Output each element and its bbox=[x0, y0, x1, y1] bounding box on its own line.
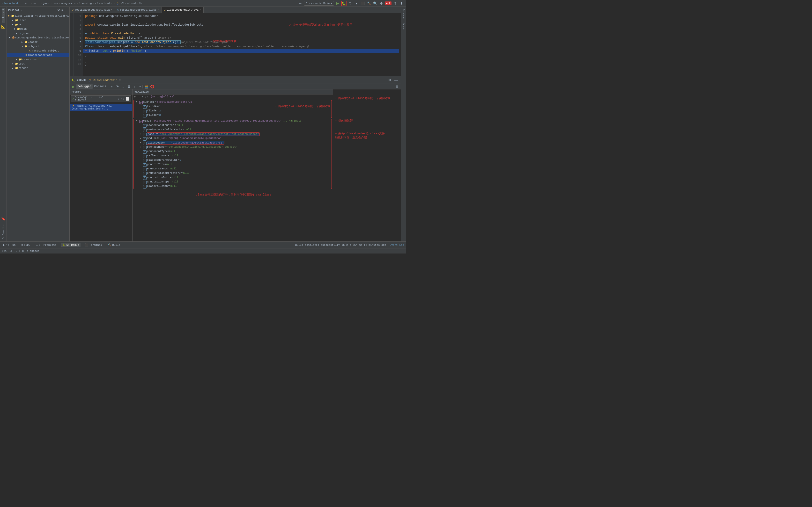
breadcrumb-com[interactable]: com bbox=[53, 2, 58, 5]
back-button[interactable]: ← bbox=[298, 1, 303, 6]
tab-close-button[interactable]: × bbox=[111, 8, 112, 11]
breadcrumb-class-loader[interactable]: class-loader bbox=[2, 2, 21, 5]
structure-tab[interactable]: 📐 bbox=[1, 25, 5, 29]
var-annotationtype[interactable]: f annotationType = null bbox=[134, 180, 332, 184]
step-out-button[interactable]: ↑ bbox=[132, 84, 137, 89]
var-newinstancecallercache[interactable]: f newInstanceCallerCache = null bbox=[134, 128, 332, 132]
tree-item-main[interactable]: ▼ 📁 main bbox=[7, 27, 69, 31]
breadcrumb-main[interactable]: main bbox=[33, 2, 39, 5]
project-settings-button[interactable]: ⚙ bbox=[57, 8, 60, 12]
var-classredefinedcount[interactable]: f classRedefinedCount = 0 bbox=[134, 158, 332, 163]
project-tab[interactable]: 1: Project bbox=[2, 8, 5, 23]
step-over-button[interactable]: ↷ bbox=[115, 84, 120, 89]
bookmarks-tab[interactable]: 🔖 bbox=[1, 217, 5, 221]
todo-tab[interactable]: ≡ TODO bbox=[20, 243, 32, 247]
expand-button[interactable]: ⬆ bbox=[393, 1, 398, 6]
run-tab[interactable]: ▶ 4: Run bbox=[2, 243, 17, 247]
thread-up-button[interactable]: ↑ bbox=[120, 97, 122, 101]
debug-session-label[interactable]: 🏃 ClassLoaderMain bbox=[89, 78, 117, 82]
var-clazz[interactable]: ▼ p clazz = {Class@779} "class com.wangz… bbox=[134, 119, 332, 123]
mute-breakpoints-button[interactable]: ⭕ bbox=[149, 84, 155, 89]
thread-selector[interactable]: ✓ "main"@1 in ...in": RUNNING ▾ ↑ ↓ ⬜ bbox=[70, 96, 131, 102]
var-classvaluemap[interactable]: f classValueMap = null bbox=[134, 184, 332, 189]
tab-testloadersubject-java[interactable]: J TestLoaderSubject.java × bbox=[70, 7, 115, 13]
gear-button[interactable]: ⚙ bbox=[379, 1, 384, 6]
tab-close-button[interactable]: × bbox=[200, 8, 201, 11]
tree-item-idea[interactable]: ▶ 📁 .idea bbox=[7, 18, 69, 22]
debug-tab[interactable]: 🐛 5: Debug bbox=[61, 243, 81, 247]
var-enumconstantdirectory[interactable]: f enumConstantDirectory = null bbox=[134, 171, 332, 176]
tree-item-testloadersubject[interactable]: C TestLoaderSubject bbox=[7, 49, 69, 53]
thread-down-button[interactable]: ↓ bbox=[123, 97, 124, 101]
step-into-button[interactable]: ↓ bbox=[120, 84, 126, 89]
tree-item-src[interactable]: ▼ 📁 src bbox=[7, 22, 69, 27]
build-tab[interactable]: 🔨 Build bbox=[106, 243, 121, 247]
minimize-button[interactable]: ⬇ bbox=[399, 1, 404, 6]
breadcrumb-classloader[interactable]: classloader bbox=[95, 2, 113, 5]
tree-item-target[interactable]: ▶ 📁 target bbox=[7, 66, 69, 70]
evaluate-button[interactable]: 🧮 bbox=[144, 84, 149, 89]
var-cachedconstructor[interactable]: f cachedConstructor = null bbox=[134, 123, 332, 128]
debugger-tab[interactable]: Debugger bbox=[76, 84, 93, 89]
var-componenttype[interactable]: f componentType = null bbox=[134, 150, 332, 154]
build-button[interactable]: 🔨 bbox=[366, 1, 372, 6]
database-tab[interactable]: Database bbox=[402, 8, 405, 20]
maven-tab[interactable]: Maven bbox=[402, 22, 405, 31]
clazz-section: ▼ p clazz = {Class@779} "class com.wangz… bbox=[134, 119, 332, 189]
var-args[interactable]: ▶ p args = {String[0]@782} bbox=[133, 95, 333, 99]
breadcrumb-learning[interactable]: learning bbox=[79, 2, 92, 5]
var-fieldC[interactable]: f filedC = 3 bbox=[134, 113, 332, 118]
tab-classloadermain-java[interactable]: J ClassLoaderMain.java × bbox=[161, 7, 204, 13]
breadcrumb-wangzemin[interactable]: wangzemin bbox=[61, 2, 75, 5]
var-name[interactable]: ▶ f name = "com.wangzemin.learning.class… bbox=[134, 132, 332, 136]
breadcrumb-classloadermain[interactable]: 🏃 ClassLoaderMain bbox=[116, 2, 145, 5]
var-fieldB[interactable]: f filedB = 2 bbox=[134, 109, 332, 113]
thread-filter-button[interactable]: ⬜ bbox=[125, 97, 130, 101]
console-tab[interactable]: Console bbox=[93, 84, 108, 89]
problems-tab[interactable]: ⚠ 6: Problems bbox=[35, 243, 58, 247]
run-to-cursor-button[interactable]: →| bbox=[138, 84, 143, 89]
restore-layout-button[interactable]: ⊞ bbox=[394, 84, 400, 89]
tree-item-resources[interactable]: ▶ 📁 resources bbox=[7, 57, 69, 62]
var-genericinfo[interactable]: f genericInfo = null bbox=[134, 163, 332, 167]
var-annotationdata[interactable]: f annotationData = null bbox=[134, 176, 332, 180]
debug-button[interactable]: 🐛 bbox=[341, 1, 347, 6]
var-enumconstants[interactable]: f enumConstants = null bbox=[134, 167, 332, 171]
var-reflectiondata[interactable]: f reflectionData = null bbox=[134, 154, 332, 158]
show-frames-button[interactable]: ≡ bbox=[109, 84, 114, 89]
breadcrumb-src[interactable]: src bbox=[25, 2, 30, 5]
tree-item-java[interactable]: ▼ ☕ java bbox=[7, 31, 69, 36]
tree-item-pkg[interactable]: ▼ 📦 com.wangzemin.learning.classloader bbox=[7, 36, 69, 40]
terminal-tab[interactable]: ⬛ Terminal bbox=[84, 243, 103, 247]
tree-item-subject[interactable]: ▼ 📁 subject bbox=[7, 44, 69, 49]
search-button[interactable]: 🔍 bbox=[373, 1, 378, 6]
frame-item-main9[interactable]: 🏃 main:9, ClassLoaderMain (com.wangzemin… bbox=[70, 104, 132, 111]
java-folder-icon: ☕ bbox=[18, 32, 22, 35]
coverage-button[interactable]: 🛡 bbox=[348, 1, 353, 6]
tree-item-test[interactable]: ▶ 📁 test bbox=[7, 62, 69, 66]
code-content[interactable]: package com.wangzemin.learning.classload… bbox=[83, 13, 401, 76]
force-step-into-button[interactable]: ⇊ bbox=[126, 84, 132, 89]
debug-settings-button[interactable]: ⚙ bbox=[387, 77, 393, 82]
event-log-link[interactable]: Event Log bbox=[390, 243, 404, 246]
var-packagename[interactable]: ▶ f packageName = "com.wangzemin.learnin… bbox=[134, 145, 332, 150]
tree-item-loader[interactable]: ▶ 📁 loader bbox=[7, 40, 69, 44]
favorites-tab[interactable]: 2: Favorites bbox=[2, 223, 5, 240]
var-module[interactable]: ▶ f module = {Module@788} "unnamed modul… bbox=[134, 136, 332, 141]
project-collapse-button[interactable]: ≡ bbox=[61, 8, 64, 12]
navigate-link[interactable]: ... Navigate bbox=[283, 119, 302, 122]
breadcrumb-java[interactable]: java bbox=[43, 2, 49, 5]
run-button[interactable]: ▶ bbox=[335, 1, 340, 6]
run-config-selector[interactable]: ClassLoaderMain ▾ bbox=[304, 1, 334, 6]
debug-close-button[interactable]: × bbox=[119, 79, 121, 81]
var-classloader[interactable]: ▶ f classLoader = {ClassLoaders$AppClass… bbox=[134, 141, 332, 145]
more-run-button[interactable]: ▾ bbox=[354, 1, 359, 6]
tab-testloadersubject-class[interactable]: C TestLoaderSubject.class × bbox=[115, 7, 161, 13]
debug-minimize-button[interactable]: — bbox=[394, 77, 399, 82]
tab-close-button[interactable]: × bbox=[157, 8, 159, 11]
tree-item-classloadermain[interactable]: C ClassLoaderMain bbox=[7, 53, 69, 57]
resume-button[interactable]: ▶ bbox=[70, 84, 76, 89]
stop-button[interactable]: ⬛ bbox=[360, 1, 365, 6]
tree-item-root[interactable]: ▼ 📁 class-loader ~/IdeaProjects/learning… bbox=[7, 14, 69, 18]
project-close-button[interactable]: — bbox=[64, 8, 68, 12]
